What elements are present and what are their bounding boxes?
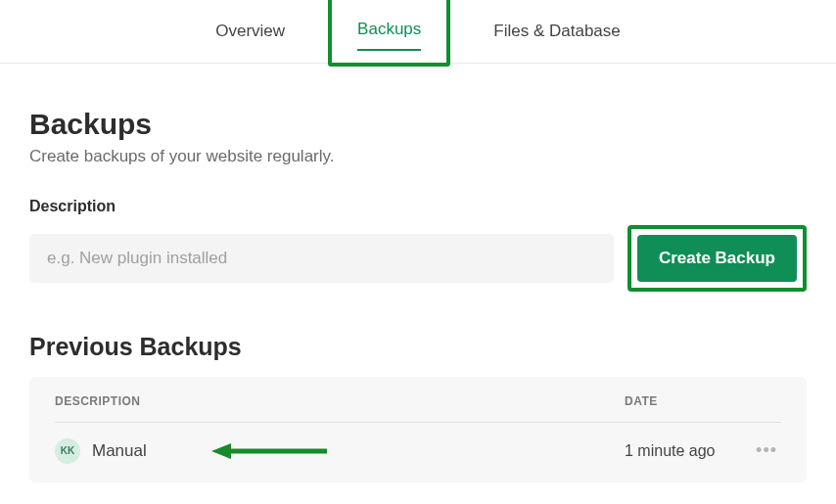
content: Backups Create backups of your website r… [0,64,836,482]
description-input[interactable] [29,234,614,283]
tab-backups[interactable]: Backups [346,14,433,45]
tab-label: Backups [357,20,421,38]
page-subtitle: Create backups of your website regularly… [29,147,807,166]
tabs: Overview Backups Files & Database [0,0,836,64]
table-header: DESCRIPTION DATE [55,394,781,423]
row-menu-icon[interactable]: ••• [752,436,781,465]
page-title: Backups [29,108,807,141]
row-date-text: 1 minute ago [625,442,716,460]
avatar: KK [55,438,80,464]
cell-date: 1 minute ago ••• [625,436,781,465]
button-highlight-annotation: Create Backup [627,225,807,292]
tab-files-database[interactable]: Files & Database [482,16,631,47]
row-description-text: Manual [92,441,147,461]
tab-active-underline [357,49,421,51]
previous-backups-table: DESCRIPTION DATE KK Manual 1 minute ago … [29,377,807,482]
description-label: Description [29,198,807,215]
col-date: DATE [625,394,781,408]
cell-description: KK Manual [55,438,625,464]
create-row: Create Backup [29,225,807,292]
tab-highlight-annotation: Backups [328,0,450,67]
tab-overview[interactable]: Overview [204,16,297,47]
create-backup-button[interactable]: Create Backup [637,235,797,282]
previous-backups-title: Previous Backups [29,333,807,361]
col-description: DESCRIPTION [55,394,625,408]
table-row[interactable]: KK Manual 1 minute ago ••• [55,423,781,479]
